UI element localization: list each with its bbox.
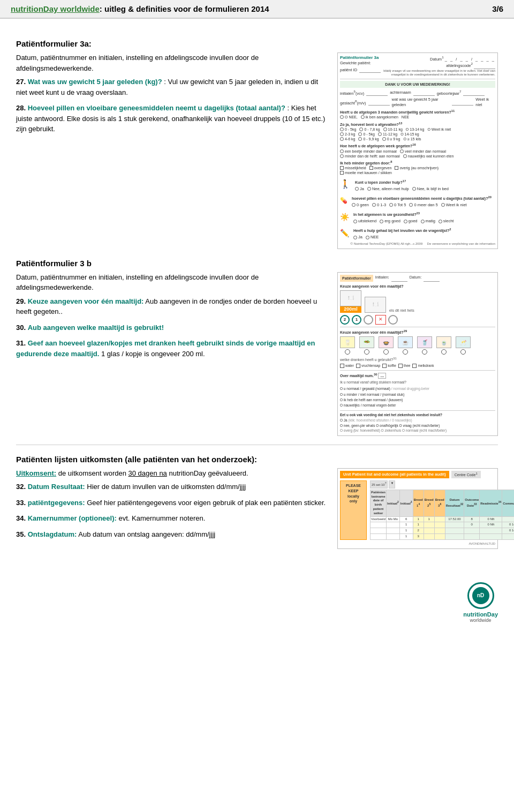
item-27-question: Wat was uw gewicht 5 jaar geleden (kg)? [28, 78, 162, 86]
header-title-rest: : uitleg & definities voor de formuliere… [100, 4, 269, 13]
item-28-label: 28. [16, 104, 26, 112]
outcome-table-visual: Unit Patient list and outcome (all patie… [337, 468, 498, 549]
item-30-question: Aub aangeven welke maaltijd is gebruikt! [28, 324, 164, 332]
item-28-question: Hoeveel pillen en vloeibare geneesmiddel… [28, 104, 285, 112]
page-header: nutritionDay worldwide: uitleg & definit… [0, 0, 514, 19]
logo-text-sub: worldwide [470, 618, 492, 623]
item-30-label: 30. [16, 324, 26, 332]
section-3b-heading: Patiëntformulier 3 b [16, 259, 498, 268]
header-title: nutritionDay worldwide: uitleg & definit… [11, 4, 269, 13]
section-divider [16, 445, 498, 445]
item-27-label: 27. [16, 78, 26, 86]
form-3b-visual: Patiëntformulier Initialen: Datum: Keuze… [337, 272, 498, 436]
item-27: 27. Wat was uw gewicht 5 jaar geleden (k… [16, 77, 327, 97]
page-footer: nD nutritionDay worldwide [0, 576, 514, 629]
item-35: 35. Ontslagdatum: Aub datum van ontslag … [16, 529, 327, 540]
item-29: 29. Keuze aangeven voor één maaltijd: Au… [16, 296, 327, 317]
page-number: 3/6 [492, 4, 503, 13]
item-32: 32. Datum Resultaat: Hier de datum invul… [16, 482, 327, 492]
item-33-label: 33. [16, 499, 26, 507]
outcome-table-image: Unit Patient list and outcome (all patie… [337, 468, 498, 549]
main-content: Patiëntformulier 3a: Datum, patiëntnumme… [0, 19, 514, 565]
item-31-answer: 1 glas / kopje is ongeveer 200 ml. [101, 350, 205, 358]
section-3a-intro: Datum, patiëntnummer en initialen, inste… [16, 52, 327, 73]
item-29-label: 29. [16, 297, 26, 305]
section-3b-content: Datum, patiëntnummer en initialen, inste… [16, 272, 498, 436]
item-32-label: 32. [16, 483, 26, 491]
header-title-underlined: nutritionDay worldwide [11, 4, 100, 13]
section-3b-intro: Datum, patiëntnummer en initialen, inste… [16, 272, 327, 293]
logo-circle: nD [467, 582, 494, 609]
item-34-question: Kamernummer (optioneel): [28, 514, 117, 522]
item-31: 31. Geef aan hoeveel glazen/kopjes met d… [16, 338, 327, 359]
item-34: 34. Kamernummer (optioneel): evt. Kamern… [16, 513, 327, 524]
section-3-heading: Patiënten lijsten uitkomsten (alle patië… [16, 455, 498, 464]
section-3-left: Uitkomsent: de uitkomsent worden 30 dage… [16, 468, 327, 549]
item-33: 33. patiëntgegevens: Geef hier patiënten… [16, 498, 327, 508]
item-35-answer: Aub datum van ontslag aangeven: dd/mm/jj… [78, 530, 215, 538]
uitkomsent-label: Uitkomsent: [16, 469, 56, 477]
item-33-question: patiëntgegevens: [28, 499, 85, 507]
item-32-question: Datum Resultaat: [28, 483, 85, 491]
item-34-answer: evt. Kamernummer noteren. [118, 514, 205, 522]
logo-area: nD nutritionDay worldwide [463, 582, 498, 623]
section-3b-left: Datum, patiëntnummer en initialen, inste… [16, 272, 327, 436]
item-32-answer: Hier de datum invullen van de uitkomsten… [87, 483, 246, 491]
uitkomsent-text: de uitkomsent worden 30 dagen na nutriti… [58, 469, 248, 477]
item-34-label: 34. [16, 514, 26, 522]
section-3a-left: Datum, patiëntnummer en initialen, inste… [16, 52, 327, 249]
item-31-label: 31. [16, 339, 26, 347]
item-30: 30. Aub aangeven welke maaltijd is gebru… [16, 322, 327, 333]
form-3a-visual: Patiëntformulier 3a Gewichte patiënt: pa… [337, 52, 498, 249]
logo-text-main: nutritionDay [463, 611, 498, 618]
item-28: 28. Hoeveel pillen en vloeibare geneesmi… [16, 103, 327, 134]
item-35-label: 35. [16, 530, 26, 538]
section-3a-heading: Patiëntformulier 3a: [16, 39, 498, 48]
section-3a-content: Datum, patiëntnummer en initialen, inste… [16, 52, 498, 249]
item-33-answer: Geef hier patiëntengegevens voor eigen g… [87, 499, 326, 507]
section-3-content: Uitkomsent: de uitkomsent worden 30 dage… [16, 468, 498, 549]
item-29-question: Keuze aangeven voor één maaltijd: [28, 297, 144, 305]
item-35-question: Ontslagdatum: [28, 530, 77, 538]
logo-inner: nD [472, 587, 489, 604]
form-3a-image: Patiëntformulier 3a Gewichte patiënt: pa… [337, 52, 498, 249]
form-3b-image: Patiëntformulier Initialen: Datum: Keuze… [337, 272, 498, 436]
